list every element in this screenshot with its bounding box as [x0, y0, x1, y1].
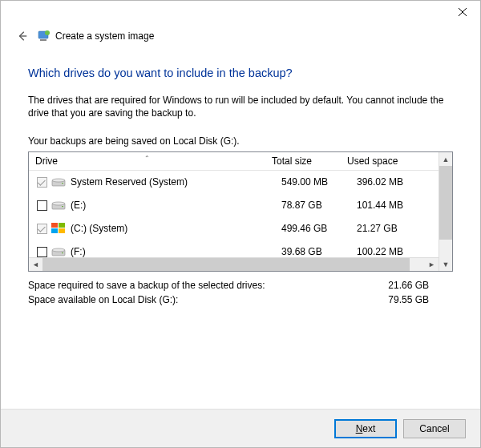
column-headers: Drive ⌃ Total size Used space	[29, 152, 439, 171]
svg-rect-8	[62, 183, 63, 184]
drive-checkbox[interactable]	[37, 200, 47, 211]
back-button[interactable]	[12, 26, 33, 46]
drive-checkbox[interactable]	[37, 247, 47, 257]
close-icon	[459, 8, 467, 16]
svg-point-7	[52, 179, 65, 182]
scroll-down-button[interactable]: ▼	[439, 257, 452, 271]
drive-used-space: 100.22 MB	[357, 246, 439, 257]
titlebar	[1, 1, 480, 25]
drive-used-space: 396.02 MB	[357, 176, 439, 188]
summary-available-row: Space available on Local Disk (G:): 79.5…	[28, 294, 453, 305]
summary-available-value: 79.55 GB	[388, 294, 453, 305]
column-header-total[interactable]: Total size	[265, 155, 341, 167]
vscroll-thumb[interactable]	[439, 166, 452, 239]
hscroll-track[interactable]	[42, 258, 425, 272]
save-location-note: Your backups are being saved on Local Di…	[28, 135, 453, 147]
drive-total-size: 499.46 GB	[281, 223, 357, 234]
svg-rect-18	[62, 252, 63, 253]
drive-checkbox-wrap	[34, 224, 50, 234]
header: Create a system image	[1, 25, 480, 47]
drive-name: System Reserved (System)	[71, 176, 281, 188]
hdd-icon	[51, 176, 66, 188]
svg-rect-4	[40, 39, 46, 41]
summary-available-label: Space available on Local Disk (G:):	[28, 294, 178, 305]
horizontal-scrollbar[interactable]: ◄ ►	[29, 257, 439, 271]
svg-point-10	[52, 202, 65, 205]
app-icon	[38, 30, 51, 42]
svg-rect-11	[62, 206, 63, 207]
drive-checkbox-wrap	[34, 177, 50, 188]
drive-row[interactable]: (C:) (System)499.46 GB21.27 GB	[29, 217, 439, 240]
drive-name: (F:)	[71, 246, 281, 257]
drive-checkbox-wrap	[34, 247, 50, 257]
drive-checkbox	[37, 177, 47, 188]
hscroll-thumb[interactable]	[42, 258, 410, 272]
drive-used-space: 101.44 MB	[357, 200, 439, 211]
svg-rect-13	[59, 223, 65, 228]
drive-checkbox	[37, 224, 47, 234]
drive-list-main: Drive ⌃ Total size Used space System Res…	[29, 152, 439, 271]
column-header-used[interactable]: Used space	[341, 155, 439, 167]
scroll-up-button[interactable]: ▲	[439, 152, 452, 166]
hdd-icon	[51, 200, 66, 211]
svg-rect-12	[51, 223, 58, 228]
drive-row[interactable]: (E:)78.87 GB101.44 MB	[29, 194, 439, 217]
drive-total-size: 39.68 GB	[281, 246, 357, 257]
drive-name: (E:)	[71, 200, 281, 211]
footer: Next Cancel	[1, 409, 480, 447]
column-header-drive[interactable]: Drive ⌃	[29, 155, 265, 167]
drive-used-space: 21.27 GB	[357, 223, 439, 234]
next-rest: ext	[362, 423, 375, 434]
drive-name: (C:) (System)	[71, 223, 281, 234]
cancel-button[interactable]: Cancel	[403, 419, 466, 438]
scroll-left-button[interactable]: ◄	[29, 258, 42, 272]
summary-required-value: 21.66 GB	[388, 280, 453, 291]
vertical-scrollbar[interactable]: ▲ ▼	[439, 152, 452, 271]
page-description: The drives that are required for Windows…	[28, 94, 453, 119]
drive-row[interactable]: (F:)39.68 GB100.22 MB	[29, 240, 439, 257]
next-button[interactable]: Next	[334, 419, 397, 438]
svg-point-17	[52, 248, 65, 252]
column-header-drive-label: Drive	[35, 155, 58, 167]
hdd-icon	[51, 246, 66, 257]
window: Create a system image Which drives do yo…	[0, 0, 481, 448]
page-title: Which drives do you want to include in t…	[28, 67, 453, 79]
vscroll-track[interactable]	[439, 166, 452, 257]
summary: Space required to save a backup of the s…	[28, 280, 453, 305]
drive-checkbox-wrap	[34, 200, 50, 211]
scroll-right-button[interactable]: ►	[425, 258, 439, 272]
close-button[interactable]	[444, 1, 480, 23]
content-area: Which drives do you want to include in t…	[1, 47, 480, 409]
drive-rows: System Reserved (System)549.00 MB396.02 …	[29, 171, 439, 257]
drive-total-size: 549.00 MB	[281, 176, 357, 188]
drive-row[interactable]: System Reserved (System)549.00 MB396.02 …	[29, 171, 439, 194]
windows-drive-icon	[51, 223, 66, 234]
svg-point-5	[45, 30, 50, 35]
summary-required-row: Space required to save a backup of the s…	[28, 280, 453, 291]
drive-list: Drive ⌃ Total size Used space System Res…	[28, 151, 453, 272]
sort-caret-icon: ⌃	[144, 155, 150, 162]
svg-rect-14	[51, 228, 58, 233]
back-arrow-icon	[17, 30, 28, 42]
summary-required-label: Space required to save a backup of the s…	[28, 280, 265, 291]
drive-total-size: 78.87 GB	[281, 200, 357, 211]
svg-rect-15	[59, 228, 65, 233]
app-title: Create a system image	[55, 30, 154, 42]
